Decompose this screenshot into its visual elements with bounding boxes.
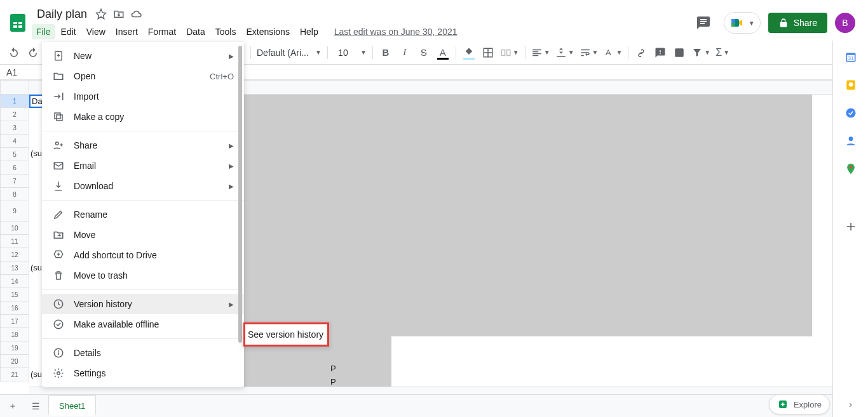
merge-cells-icon[interactable]: ▼ — [498, 44, 521, 62]
row-header[interactable]: 6 — [0, 161, 29, 175]
row-header[interactable]: 7 — [0, 175, 29, 188]
cell-text[interactable]: P — [329, 364, 336, 373]
name-box[interactable] — [0, 67, 29, 77]
functions-icon[interactable]: Σ▼ — [714, 44, 731, 62]
text-color-icon[interactable]: A — [434, 44, 452, 62]
row-header[interactable]: 10 — [0, 222, 29, 235]
cell-text[interactable]: P — [329, 377, 336, 387]
doc-title[interactable]: Daily plan — [33, 6, 91, 22]
star-icon[interactable] — [93, 6, 109, 22]
row-header[interactable]: 21 — [0, 368, 29, 381]
select-all-corner[interactable] — [0, 80, 29, 95]
filter-icon[interactable]: ▼ — [689, 44, 712, 62]
strikethrough-icon[interactable]: S — [415, 44, 433, 62]
file-details[interactable]: Details — [42, 343, 244, 363]
file-version-history[interactable]: Version history▶ — [42, 294, 244, 314]
redo-icon[interactable] — [24, 44, 42, 62]
menu-format[interactable]: Format — [144, 24, 180, 39]
collapse-side-panel-icon[interactable]: › — [849, 399, 852, 409]
side-panel: 31 ＋ › — [832, 41, 868, 417]
file-email[interactable]: Email▶ — [42, 156, 244, 176]
separator — [456, 46, 456, 59]
row-header-1[interactable]: 1 — [0, 95, 29, 108]
file-move-to-trash[interactable]: Move to trash — [42, 265, 244, 286]
insert-link-icon[interactable] — [632, 44, 650, 62]
row-header[interactable]: 20 — [0, 355, 29, 368]
text-wrap-icon[interactable]: ▼ — [578, 44, 600, 62]
fill-color-icon[interactable] — [460, 44, 478, 62]
row-header[interactable]: 2 — [0, 108, 29, 121]
cell-a5[interactable]: (su — [29, 149, 42, 158]
row-header[interactable]: 9 — [0, 201, 29, 222]
file-make-available-offline[interactable]: Make available offline — [42, 314, 244, 334]
add-sheet-icon[interactable]: ＋ — [3, 396, 23, 416]
menu-file[interactable]: File — [32, 24, 55, 39]
menu-help[interactable]: Help — [295, 24, 323, 39]
cell-a21[interactable]: (su — [29, 369, 42, 379]
move-to-drive-icon[interactable] — [111, 6, 126, 22]
file-share[interactable]: Share▶ — [42, 135, 244, 156]
sheet-tab-1[interactable]: Sheet1 — [48, 395, 96, 416]
menu-tools[interactable]: Tools — [211, 24, 241, 39]
file-open[interactable]: OpenCtrl+O — [42, 66, 244, 86]
account-avatar[interactable]: B — [835, 13, 855, 33]
separator — [628, 46, 628, 59]
row-header[interactable]: 5 — [0, 148, 29, 161]
row-header[interactable]: 17 — [0, 315, 29, 328]
menu-extensions[interactable]: Extensions — [241, 24, 294, 39]
add-addon-icon[interactable]: ＋ — [843, 216, 858, 236]
svg-point-21 — [849, 166, 851, 168]
font-selector[interactable]: Default (Ari...▼ — [255, 44, 323, 62]
file-make-copy[interactable]: Make a copy — [42, 107, 244, 127]
menu-edit[interactable]: Edit — [57, 24, 81, 39]
sheets-logo[interactable] — [5, 10, 31, 36]
horizontal-align-icon[interactable]: ▼ — [529, 44, 552, 62]
bold-icon[interactable]: B — [377, 44, 395, 62]
row-header[interactable]: 16 — [0, 301, 29, 315]
menu-data[interactable]: Data — [182, 24, 210, 39]
cell-a13[interactable]: (su — [29, 263, 42, 272]
undo-icon[interactable] — [5, 44, 23, 62]
row-header[interactable]: 11 — [0, 235, 29, 248]
insert-chart-icon[interactable] — [670, 44, 688, 62]
vertical-align-icon[interactable]: ▼ — [553, 44, 576, 62]
maps-icon[interactable] — [844, 162, 857, 175]
last-edit-link[interactable]: Last edit was on June 30, 2021 — [334, 27, 458, 37]
explore-button[interactable]: Explore — [769, 394, 830, 414]
see-version-history[interactable]: See version history — [243, 322, 329, 347]
file-settings[interactable]: Settings — [42, 363, 244, 383]
row-header[interactable]: 13 — [0, 261, 29, 275]
file-new[interactable]: New▶ — [42, 46, 244, 66]
keep-icon[interactable] — [844, 79, 857, 91]
file-download[interactable]: Download▶ — [42, 176, 244, 196]
italic-icon[interactable]: I — [396, 44, 414, 62]
row-header[interactable]: 15 — [0, 288, 29, 301]
text-rotation-icon[interactable]: ▼ — [601, 44, 624, 62]
font-size-selector[interactable]: 10▼ — [332, 44, 369, 62]
row-headers[interactable]: 1 2 3 4 5 6 7 8 9 10 11 12 13 14 15 16 1… — [0, 95, 29, 381]
file-rename[interactable]: Rename — [42, 204, 244, 225]
dropdown-scrollbar[interactable] — [238, 46, 243, 383]
row-header[interactable]: 4 — [0, 135, 29, 148]
menu-insert[interactable]: Insert — [111, 24, 142, 39]
file-add-shortcut[interactable]: Add shortcut to Drive — [42, 245, 244, 265]
meet-button[interactable]: ▼ — [724, 12, 761, 34]
all-sheets-icon[interactable]: ☰ — [25, 396, 46, 416]
calendar-icon[interactable]: 31 — [844, 51, 857, 63]
tasks-icon[interactable] — [844, 107, 857, 119]
file-import[interactable]: Import — [42, 86, 244, 107]
row-header[interactable]: 19 — [0, 341, 29, 355]
contacts-icon[interactable] — [844, 135, 857, 147]
menu-view[interactable]: View — [82, 24, 110, 39]
share-button[interactable]: Share — [768, 13, 827, 33]
file-move[interactable]: Move — [42, 225, 244, 245]
row-header[interactable]: 3 — [0, 121, 29, 135]
insert-comment-icon[interactable] — [651, 44, 669, 62]
row-header[interactable]: 8 — [0, 188, 29, 201]
row-header[interactable]: 12 — [0, 248, 29, 261]
borders-icon[interactable] — [479, 44, 497, 62]
comment-history-icon[interactable] — [691, 10, 716, 36]
row-header[interactable]: 14 — [0, 275, 29, 288]
row-header[interactable]: 18 — [0, 328, 29, 341]
cloud-status-icon[interactable] — [129, 6, 144, 22]
